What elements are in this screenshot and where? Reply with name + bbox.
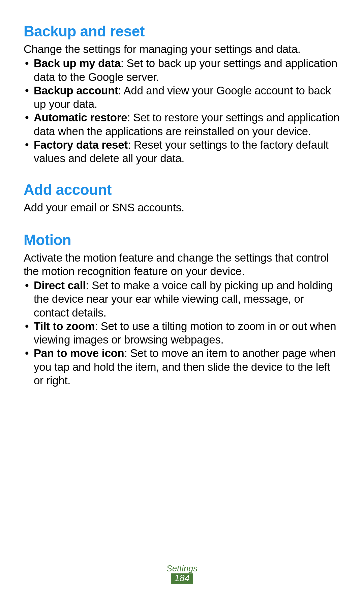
bullet-list: Direct call: Set to make a voice call by…: [24, 279, 340, 387]
section-heading-backup-reset: Backup and reset: [24, 23, 340, 40]
footer-section-label: Settings: [0, 564, 364, 573]
bullet-item: Tilt to zoom: Set to use a tilting motio…: [24, 320, 340, 347]
section-intro: Add your email or SNS accounts.: [24, 201, 340, 214]
bullet-item: Back up my data: Set to back up your set…: [24, 57, 340, 84]
bullet-item: Direct call: Set to make a voice call by…: [24, 279, 340, 320]
section-gap: [24, 165, 340, 181]
page-content: Backup and reset Change the settings for…: [0, 0, 364, 387]
bullet-list: Back up my data: Set to back up your set…: [24, 57, 340, 165]
section-heading-add-account: Add account: [24, 181, 340, 198]
bullet-bold-text: Tilt to zoom: [34, 320, 95, 332]
section-gap: [24, 215, 340, 232]
bullet-item: Factory data reset: Reset your settings …: [24, 138, 340, 166]
bullet-item: Automatic restore: Set to restore your s…: [24, 111, 340, 138]
bullet-bold-text: Pan to move icon: [34, 347, 124, 359]
section-heading-motion: Motion: [24, 232, 340, 248]
section-intro: Activate the motion feature and change t…: [24, 251, 340, 278]
bullet-bold-text: Automatic restore: [34, 111, 127, 124]
bullet-bold-text: Back up my data: [34, 57, 121, 69]
bullet-bold-text: Factory data reset: [34, 139, 128, 151]
section-intro: Change the settings for managing your se…: [24, 42, 340, 56]
bullet-bold-text: Backup account: [34, 84, 118, 97]
bullet-bold-text: Direct call: [34, 279, 86, 292]
page-number: 184: [171, 573, 193, 584]
bullet-item: Backup account: Add and view your Google…: [24, 84, 340, 111]
bullet-item: Pan to move icon: Set to move an item to…: [24, 347, 340, 387]
page-footer: Settings 184: [0, 564, 364, 584]
